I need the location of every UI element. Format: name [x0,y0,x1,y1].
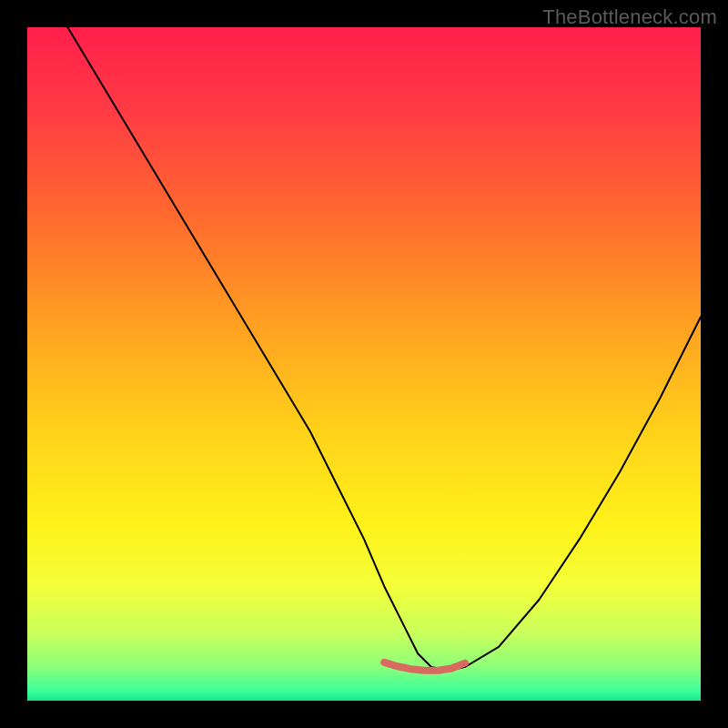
watermark-text: TheBottleneck.com [542,5,717,29]
plot-area [27,27,701,701]
chart-stage: TheBottleneck.com [0,0,728,728]
curve-layer [27,27,701,701]
optimal-band-marker [384,662,465,671]
bottleneck-curve [27,27,701,671]
